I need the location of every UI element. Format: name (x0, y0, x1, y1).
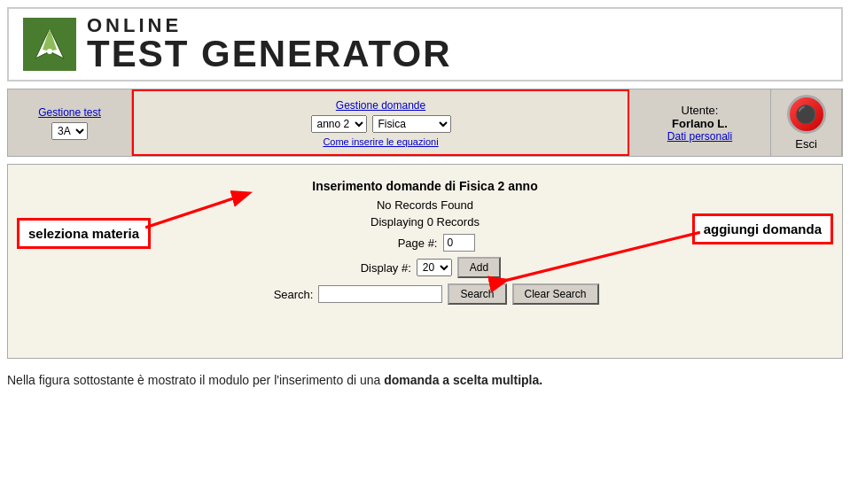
domande-select-row: anno 1 anno 2 anno 3 Fisica Matematica C… (311, 115, 451, 133)
utente-cell: Utente: Forlano L. Dati personali (629, 89, 771, 156)
aggiungi-domanda-annotation: aggiungi domanda (692, 213, 833, 244)
gestione-test-cell: Gestione test 3A (8, 89, 132, 156)
grade-select[interactable]: 3A (51, 122, 88, 140)
display-row: Display #: 10 20 50 Add (22, 257, 828, 278)
seleziona-materia-annotation: seleziona materia (17, 218, 151, 249)
gestione-domande-link[interactable]: Gestione domande (336, 99, 425, 112)
dati-personali-link[interactable]: Dati personali (667, 130, 732, 143)
display-select[interactable]: 10 20 50 (417, 259, 452, 276)
bottom-text: Nella figura sottostante è mostrato il m… (7, 373, 843, 387)
logo-tg: TEST GENERATOR (87, 35, 451, 73)
power-button[interactable]: ⚫ (787, 95, 826, 134)
search-button[interactable]: Search (448, 283, 506, 305)
esci-label: Esci (795, 137, 817, 151)
svg-point-2 (47, 49, 52, 54)
nav-bar: Gestione test 3A Gestione domande anno 1… (7, 89, 843, 157)
grade-select-row: 3A (51, 122, 88, 140)
clear-search-button[interactable]: Clear Search (512, 283, 599, 305)
search-input[interactable] (318, 285, 442, 303)
materia-select[interactable]: Fisica Matematica Chimica (372, 115, 451, 133)
logo-text: ONLINE TEST GENERATOR (87, 16, 451, 73)
bottom-text-before: Nella figura sottostante è mostrato il m… (7, 373, 384, 387)
bottom-text-bold: domanda a scelta multipla. (384, 373, 542, 387)
utente-name: Forlano L. (672, 117, 728, 130)
page-title: Inserimento domande di Fisica 2 anno (22, 179, 828, 193)
display-label: Display #: (349, 261, 411, 275)
gestione-domande-cell: Gestione domande anno 1 anno 2 anno 3 Fi… (132, 89, 629, 156)
equazioni-link[interactable]: Come inserire le equazioni (323, 136, 438, 147)
page-input[interactable] (443, 234, 475, 252)
utente-label: Utente: (682, 104, 719, 117)
logo-bar: ONLINE TEST GENERATOR (7, 7, 843, 81)
add-button[interactable]: Add (457, 257, 501, 278)
search-label: Search: (251, 288, 313, 301)
main-content: seleziona materia aggiungi domanda Inser… (7, 164, 843, 359)
search-row: Search: Search Clear Search (22, 283, 828, 305)
no-records-text: No Records Found (22, 198, 828, 212)
anno-select[interactable]: anno 1 anno 2 anno 3 (311, 115, 367, 133)
page-label: Page #: (376, 236, 438, 250)
esci-cell: ⚫ Esci (771, 89, 842, 156)
gestione-test-link[interactable]: Gestione test (38, 106, 101, 119)
logo-icon (23, 18, 76, 71)
